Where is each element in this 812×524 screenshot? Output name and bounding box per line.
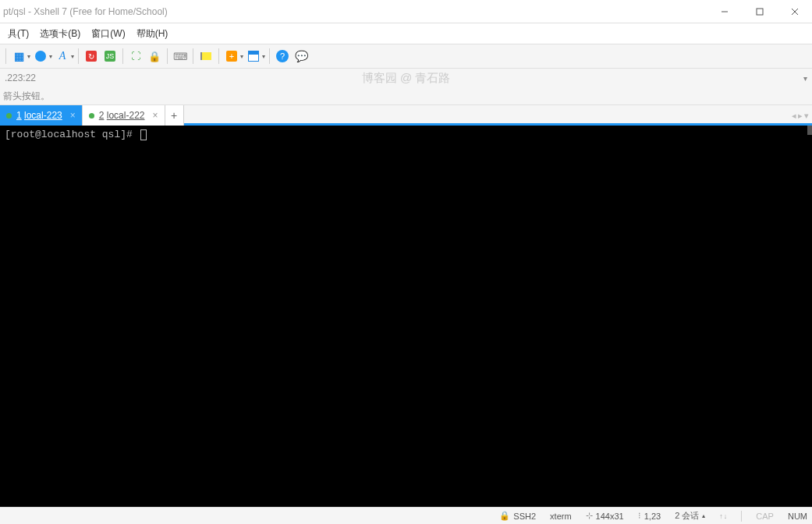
- globe-button[interactable]: [32, 48, 49, 65]
- lock-button[interactable]: 🔒: [146, 48, 163, 65]
- tab-prev-icon[interactable]: ◂: [792, 111, 796, 121]
- connection-indicator-icon: [6, 113, 12, 119]
- addressbar: .223:22 博客园 @ 青石路 ▾: [0, 69, 812, 87]
- menu-tools[interactable]: 具(T): [3, 25, 34, 43]
- lock-icon: 🔒: [499, 511, 510, 521]
- status-arrows: ↑ ↓: [719, 512, 727, 520]
- terminal[interactable]: [root@localhost qsl]#: [0, 126, 812, 507]
- fullscreen-button[interactable]: ⛶: [127, 48, 144, 65]
- status-position: ⁝1,23: [638, 511, 661, 521]
- menu-help[interactable]: 帮助(H): [132, 25, 173, 43]
- tab-label: 1 local-223: [16, 110, 62, 121]
- maximize-button[interactable]: [742, 0, 777, 23]
- terminal-scrollbar[interactable]: [807, 126, 812, 507]
- arrow-down-icon[interactable]: ↓: [724, 512, 728, 520]
- cursor-icon: [140, 129, 147, 140]
- dropdown-icon[interactable]: ▾: [27, 53, 30, 60]
- font-icon: A: [59, 50, 66, 62]
- lock-icon: 🔒: [148, 51, 161, 62]
- layout-button[interactable]: [245, 48, 262, 65]
- tab-nav: ◂ ▸ ▾: [792, 105, 812, 126]
- help-icon: ?: [276, 50, 289, 62]
- script-button[interactable]: JS: [101, 48, 119, 65]
- ruler-icon: ⊹: [586, 511, 593, 521]
- toolbar-separator: [78, 48, 79, 64]
- position-icon: ⁝: [638, 511, 641, 521]
- tab-list-icon[interactable]: ▾: [804, 111, 809, 121]
- svg-rect-1: [757, 9, 763, 15]
- menu-window[interactable]: 窗口(W): [87, 25, 129, 43]
- statusbar: 🔒SSH2 xterm ⊹144x31 ⁝1,23 2 会话 ▴ ↑ ↓ CAP…: [0, 507, 812, 524]
- toolbar-separator: [218, 48, 219, 64]
- arrow-up-icon[interactable]: ↑: [719, 512, 723, 520]
- chat-button[interactable]: 💬: [293, 48, 310, 65]
- tab-label: 2 local-222: [99, 110, 145, 121]
- tab-local-223[interactable]: 1 local-223 ×: [0, 105, 83, 126]
- globe-icon: [35, 51, 46, 62]
- add-button[interactable]: +: [223, 48, 240, 65]
- dropdown-icon[interactable]: ▾: [240, 53, 243, 60]
- terminal-prompt: [root@localhost qsl]#: [5, 129, 807, 140]
- minimize-button[interactable]: [707, 0, 742, 23]
- tab-next-icon[interactable]: ▸: [798, 111, 803, 121]
- connection-indicator-icon: [89, 113, 94, 119]
- watermark: 博客园 @ 青石路: [362, 71, 451, 86]
- window-controls: [707, 0, 812, 23]
- status-sessions[interactable]: 2 会话 ▴: [675, 510, 705, 522]
- status-num: NUM: [788, 512, 807, 521]
- table-icon: [248, 51, 259, 62]
- scrollbar-thumb[interactable]: [807, 126, 812, 135]
- new-session-button[interactable]: ▦: [10, 48, 27, 65]
- toolbar-separator: [167, 48, 168, 64]
- hintbar: 箭头按钮。: [0, 87, 812, 104]
- script-icon: JS: [105, 51, 115, 62]
- status-protocol: 🔒SSH2: [499, 511, 536, 521]
- keyboard-button[interactable]: ⌨: [172, 48, 189, 65]
- toolbar-separator: [122, 48, 123, 64]
- status-size: ⊹144x31: [586, 511, 624, 521]
- expand-icon: ⛶: [131, 51, 140, 62]
- chat-icon: 💬: [295, 50, 308, 62]
- close-button[interactable]: [777, 0, 812, 23]
- address-text[interactable]: .223:22: [5, 73, 36, 83]
- highlight-button[interactable]: [197, 48, 215, 65]
- refresh-icon: ↻: [86, 51, 97, 62]
- new-tab-button[interactable]: +: [165, 105, 184, 126]
- help-button[interactable]: ?: [274, 48, 291, 65]
- tabstrip: 1 local-223 × 2 local-222 × + ◂ ▸ ▾: [0, 104, 812, 126]
- font-button[interactable]: A: [54, 48, 71, 65]
- plus-icon: +: [226, 51, 237, 62]
- toolbar-separator: [269, 48, 270, 64]
- highlight-icon: [200, 52, 211, 60]
- status-cap: CAP: [756, 512, 774, 521]
- tab-close-icon[interactable]: ×: [152, 110, 158, 121]
- tab-close-icon[interactable]: ×: [70, 110, 76, 121]
- dropdown-icon[interactable]: ▾: [49, 53, 52, 60]
- address-dropdown[interactable]: ▾: [803, 74, 807, 83]
- status-separator: [741, 511, 742, 522]
- dropdown-icon[interactable]: ▾: [262, 53, 265, 60]
- titlebar: pt/qsl - Xshell 7 (Free for Home/School): [0, 0, 812, 23]
- dropdown-icon[interactable]: ▾: [71, 53, 74, 60]
- toolbar: ▦ ▾ ▾ A ▾ ↻ JS ⛶ 🔒 ⌨ + ▾ ▾ ? 💬: [0, 44, 812, 69]
- menubar: 具(T) 选项卡(B) 窗口(W) 帮助(H): [0, 23, 812, 44]
- menu-tabs[interactable]: 选项卡(B): [35, 25, 85, 43]
- hint-text: 箭头按钮。: [3, 90, 50, 103]
- tab-local-222[interactable]: 2 local-222 ×: [83, 105, 165, 126]
- window-title: pt/qsl - Xshell 7 (Free for Home/School): [3, 6, 168, 17]
- toolbar-separator: [5, 48, 6, 64]
- keyboard-icon: ⌨: [173, 51, 188, 62]
- refresh-button[interactable]: ↻: [83, 48, 100, 65]
- toolbar-separator: [193, 48, 193, 64]
- status-term: xterm: [550, 512, 572, 521]
